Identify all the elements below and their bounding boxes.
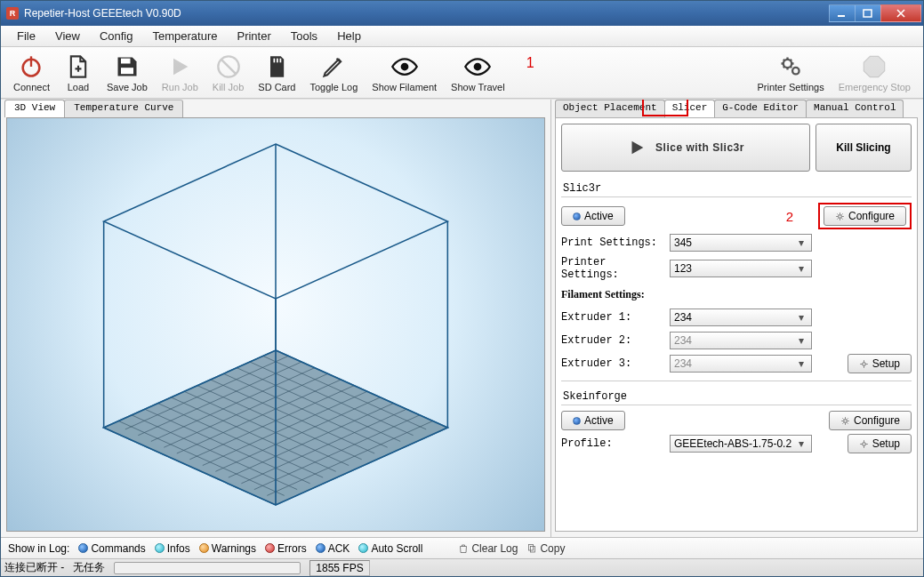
svg-rect-3 xyxy=(30,56,32,67)
log-infos-toggle[interactable]: Infos xyxy=(155,542,190,555)
kill-slicing-button[interactable]: Kill Slicing xyxy=(816,124,912,172)
menu-file[interactable]: File xyxy=(8,27,44,45)
status-connection: 连接已断开 - xyxy=(4,560,64,575)
stop-circle-icon xyxy=(216,53,241,80)
tab-gcode-editor[interactable]: G-Code Editor xyxy=(714,100,807,117)
build-volume-cube xyxy=(7,118,544,531)
3d-viewport[interactable] xyxy=(6,117,545,532)
gear-icon xyxy=(835,212,845,221)
printer-settings-button[interactable]: Printer Settings xyxy=(750,52,831,94)
svg-rect-54 xyxy=(529,544,534,550)
tab-object-placement[interactable]: Object Placement xyxy=(555,100,665,117)
menu-tools[interactable]: Tools xyxy=(282,27,326,45)
printer-settings-label: Printer Settings: xyxy=(561,256,670,281)
window-maximize-button[interactable] xyxy=(855,4,881,22)
chevron-down-icon: ▾ xyxy=(795,437,807,450)
svg-point-53 xyxy=(862,442,865,445)
slic3r-setup-button[interactable]: Setup xyxy=(848,354,912,373)
save-job-button[interactable]: Save Job xyxy=(100,52,155,94)
svg-point-50 xyxy=(839,214,842,218)
dot-icon xyxy=(199,543,209,553)
status-progress-bar xyxy=(114,562,301,574)
extruder2-label: Extruder 2: xyxy=(561,334,670,347)
svg-rect-8 xyxy=(277,58,278,62)
window-titlebar: R Repetier-Host GEEEtech V0.90D xyxy=(1,1,923,26)
sd-card-button[interactable]: SD Card xyxy=(251,52,302,94)
menu-config[interactable]: Config xyxy=(91,27,142,45)
skein-configure-button[interactable]: Configure xyxy=(829,411,912,430)
dot-icon xyxy=(265,543,275,553)
connect-button[interactable]: Connect xyxy=(6,52,57,94)
printer-settings-combo[interactable]: 123▾ xyxy=(670,260,812,277)
profile-combo[interactable]: GEEEtech-ABS-1.75-0.2▾ xyxy=(670,435,812,453)
tab-slicer[interactable]: Slicer xyxy=(664,100,716,117)
radio-on-icon xyxy=(573,212,581,220)
show-filament-button[interactable]: Show Filament xyxy=(365,52,444,94)
extruder3-combo[interactable]: 234▾ xyxy=(670,355,812,373)
chevron-down-icon: ▾ xyxy=(795,262,807,275)
gears-icon xyxy=(778,53,803,80)
log-autoscroll-toggle[interactable]: Auto Scroll xyxy=(358,542,422,555)
clear-log-button[interactable]: Clear Log xyxy=(458,542,518,555)
menu-help[interactable]: Help xyxy=(328,27,370,45)
emergency-stop-button[interactable]: Emergency Stop xyxy=(832,52,918,94)
show-travel-button[interactable]: Show Travel xyxy=(444,52,512,94)
svg-rect-5 xyxy=(121,68,133,74)
stop-octagon-icon xyxy=(862,53,887,80)
kill-job-button[interactable]: Kill Job xyxy=(205,52,251,94)
svg-point-51 xyxy=(862,362,865,365)
annotation-2: 2 xyxy=(786,209,818,224)
slic3r-active-button[interactable]: Active xyxy=(561,206,625,226)
slic3r-configure-button[interactable]: Configure xyxy=(824,206,906,226)
tab-manual-control[interactable]: Manual Control xyxy=(806,100,904,117)
play-icon xyxy=(627,138,647,157)
sd-card-icon xyxy=(264,53,289,80)
extruder1-combo[interactable]: 234▾ xyxy=(670,309,812,326)
tab-3d-view[interactable]: 3D View xyxy=(4,100,65,117)
print-settings-combo[interactable]: 345▾ xyxy=(670,234,812,252)
toggle-log-button[interactable]: Toggle Log xyxy=(303,52,366,94)
log-filter-bar: Show in Log: Commands Infos Warnings Err… xyxy=(1,537,923,558)
svg-rect-0 xyxy=(838,15,845,17)
chevron-down-icon: ▾ xyxy=(795,334,807,347)
log-warnings-toggle[interactable]: Warnings xyxy=(199,542,256,555)
extruder1-label: Extruder 1: xyxy=(561,311,670,324)
app-icon: R xyxy=(6,7,19,20)
slice-button[interactable]: Slice with Slic3r xyxy=(561,124,810,172)
svg-point-10 xyxy=(400,62,408,70)
tab-temperature-curve[interactable]: Temperature Curve xyxy=(64,100,183,117)
menu-printer[interactable]: Printer xyxy=(228,27,279,45)
menu-bar: File View Config Temperature Printer Too… xyxy=(1,26,923,47)
window-title: Repetier-Host GEEEtech V0.90D xyxy=(24,7,181,20)
skein-active-button[interactable]: Active xyxy=(561,411,625,430)
log-errors-toggle[interactable]: Errors xyxy=(265,542,307,555)
filament-settings-head: Filament Settings: xyxy=(561,288,645,301)
copy-icon xyxy=(526,543,537,554)
pencil-icon xyxy=(321,53,346,80)
power-icon xyxy=(19,53,44,80)
toolbar: Connect Load Save Job Run Job Kill Job S… xyxy=(1,47,923,99)
extruder2-combo[interactable]: 234▾ xyxy=(670,332,812,349)
load-button[interactable]: Load xyxy=(57,52,100,94)
show-in-log-label: Show in Log: xyxy=(8,542,69,555)
skein-setup-button[interactable]: Setup xyxy=(848,434,912,453)
save-icon xyxy=(115,53,140,80)
skeinforge-section-head: Skeinforge xyxy=(561,389,912,405)
eye-icon xyxy=(391,53,418,80)
window-minimize-button[interactable] xyxy=(829,4,856,22)
svg-rect-1 xyxy=(864,10,872,17)
annotation-1: 1 xyxy=(512,55,549,91)
svg-rect-9 xyxy=(280,58,282,62)
document-plus-icon xyxy=(66,53,91,80)
log-ack-toggle[interactable]: ACK xyxy=(316,542,350,555)
menu-view[interactable]: View xyxy=(46,27,89,45)
print-settings-label: Print Settings: xyxy=(561,236,670,249)
log-commands-toggle[interactable]: Commands xyxy=(78,542,145,555)
dot-icon xyxy=(316,543,325,553)
eye-icon xyxy=(464,53,491,80)
menu-temperature[interactable]: Temperature xyxy=(143,27,226,45)
play-icon xyxy=(167,53,192,80)
copy-log-button[interactable]: Copy xyxy=(526,542,565,555)
window-close-button[interactable] xyxy=(880,4,921,22)
run-job-button[interactable]: Run Job xyxy=(155,52,205,94)
